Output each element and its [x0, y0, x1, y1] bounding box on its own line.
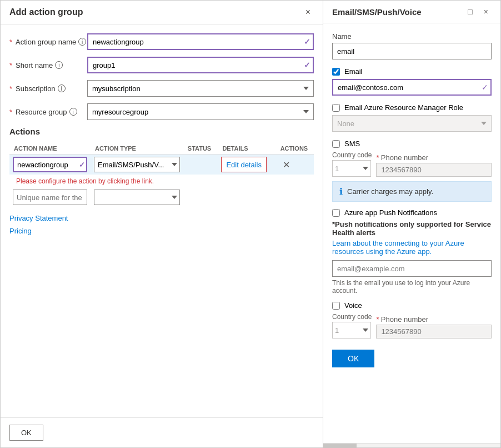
action-group-name-label: * Action group name i	[9, 38, 87, 46]
resource-group-select[interactable]: myresourcegroup	[87, 103, 314, 120]
voice-phone-label: * Phone number	[376, 315, 492, 323]
left-panel-title: Add action group	[9, 7, 83, 17]
left-ok-button[interactable]: OK	[9, 425, 43, 441]
voice-country-code-label: Country code	[332, 313, 372, 321]
action-name-input[interactable]	[13, 157, 87, 172]
action-row: ✓ Email/SMS/Push/V... Edit details	[9, 155, 314, 175]
short-name-input[interactable]	[87, 57, 314, 73]
azure-role-field-group: Email Azure Resource Manager Role None	[332, 103, 492, 132]
new-action-name-input[interactable]	[13, 190, 87, 205]
required-star-2: *	[9, 61, 12, 69]
push-checkbox[interactable]	[332, 209, 340, 217]
voice-section: Voice Country code 1 * Phone number	[332, 301, 492, 339]
voice-checkbox[interactable]	[332, 302, 340, 310]
subscription-label: * Subscription i	[9, 84, 87, 93]
sms-country-code-label: Country code	[332, 151, 372, 159]
sms-country-select[interactable]: 1	[332, 160, 371, 177]
action-details-cell: Edit details	[218, 155, 275, 175]
resource-group-label: * Resource group i	[9, 108, 87, 116]
new-action-empty	[183, 187, 314, 207]
email-sms-push-voice-panel: Email/SMS/Push/Voice □ × Name Email ✓	[323, 0, 501, 448]
azure-role-checkbox[interactable]	[332, 104, 340, 112]
subscription-info-icon[interactable]: i	[58, 84, 66, 92]
email-input[interactable]	[332, 79, 492, 96]
minimize-button[interactable]: □	[464, 6, 475, 17]
name-field-group: Name	[332, 32, 492, 59]
sms-phone-input[interactable]	[376, 163, 492, 177]
left-panel-footer: OK	[1, 417, 323, 447]
new-action-row	[9, 187, 314, 207]
push-note: This is the email you use to log into yo…	[332, 279, 492, 295]
sms-checkbox[interactable]	[332, 140, 340, 148]
action-group-name-input-wrapper: ✓	[87, 33, 314, 50]
voice-country-select[interactable]: 1	[332, 322, 371, 339]
push-email-input[interactable]	[332, 260, 492, 277]
sms-phone-row: Country code 1 * Phone number	[332, 151, 492, 177]
action-group-name-checkmark: ✓	[304, 37, 310, 46]
sms-phone-label: * Phone number	[376, 153, 492, 162]
pricing-link[interactable]: Pricing	[9, 227, 314, 235]
azure-role-label: Email Azure Resource Manager Role	[344, 103, 463, 112]
push-checkbox-row: Azure app Push Notifications	[332, 208, 492, 217]
required-star: *	[9, 38, 12, 46]
edit-details-button[interactable]: Edit details	[221, 157, 267, 172]
email-field-group: Email ✓	[332, 67, 492, 96]
short-name-checkmark: ✓	[304, 61, 310, 69]
subscription-select[interactable]: mysubscription	[87, 80, 314, 97]
col-header-details: DETAILS	[218, 143, 275, 155]
right-panel-content: Name Email ✓ Email Azure Resource Manag	[323, 23, 500, 443]
resource-group-info-icon[interactable]: i	[69, 108, 77, 116]
right-panel-close-button[interactable]: ×	[480, 6, 492, 17]
col-header-action-type: ACTION TYPE	[91, 143, 183, 155]
privacy-statement-link[interactable]: Privacy Statement	[9, 214, 314, 222]
voice-phone-input[interactable]	[376, 325, 492, 339]
info-circle-icon: ℹ	[339, 186, 343, 197]
right-panel-header: Email/SMS/Push/Voice □ ×	[323, 1, 500, 23]
required-asterisk-2: *	[376, 315, 379, 323]
delete-action-button[interactable]: ✕	[279, 158, 293, 171]
actions-table: ACTION NAME ACTION TYPE STATUS DETAILS A…	[9, 143, 314, 207]
new-action-type-select[interactable]	[94, 190, 180, 205]
action-group-name-info-icon[interactable]: i	[78, 38, 86, 46]
actions-section-title: Actions	[9, 127, 314, 136]
action-group-name-input[interactable]	[87, 33, 314, 50]
required-asterisk: *	[376, 153, 379, 162]
push-label: Azure app Push Notifications	[344, 208, 437, 217]
push-section: Azure app Push Notifications *Push notif…	[332, 208, 492, 295]
left-panel-close-button[interactable]: ×	[302, 6, 314, 18]
action-name-checkmark: ✓	[79, 161, 85, 169]
email-checkmark: ✓	[482, 83, 488, 92]
action-type-select[interactable]: Email/SMS/Push/V...	[94, 157, 180, 172]
sms-country-code-col: Country code 1	[332, 151, 372, 177]
short-name-input-wrapper: ✓	[87, 57, 314, 73]
azure-role-checkbox-row: Email Azure Resource Manager Role	[332, 103, 492, 112]
right-header-actions: □ ×	[464, 6, 492, 17]
col-header-status: STATUS	[183, 143, 218, 155]
error-text: Please configure the action by clicking …	[13, 176, 157, 186]
col-header-actions: ACTIONS	[276, 143, 314, 155]
action-delete-cell: ✕	[276, 155, 314, 175]
carrier-notice: ℹ Carrier charges may apply.	[332, 181, 492, 202]
scrollbar-thumb[interactable]	[323, 444, 357, 448]
short-name-label: * Short name i	[9, 61, 87, 69]
voice-label: Voice	[344, 301, 362, 310]
email-input-row: ✓	[332, 79, 492, 96]
action-name-cell: ✓	[9, 155, 91, 175]
required-star-4: *	[9, 108, 12, 116]
right-ok-button[interactable]: OK	[332, 350, 374, 367]
sms-checkbox-row: SMS	[332, 140, 492, 148]
required-star-3: *	[9, 84, 12, 93]
new-action-name-cell	[9, 187, 91, 207]
email-checkbox[interactable]	[332, 68, 340, 76]
subscription-row: * Subscription i mysubscription	[9, 80, 314, 97]
push-link[interactable]: Learn about the connecting to your Azure…	[332, 239, 492, 256]
resource-group-row: * Resource group i myresourcegroup	[9, 103, 314, 120]
voice-phone-row: Country code 1 * Phone number	[332, 313, 492, 339]
name-input[interactable]	[332, 43, 492, 59]
azure-role-select[interactable]: None	[332, 115, 492, 132]
action-status-cell	[183, 155, 218, 175]
short-name-info-icon[interactable]: i	[55, 61, 63, 69]
add-action-group-panel: Add action group × * Action group name i…	[0, 0, 323, 448]
sms-label: SMS	[344, 140, 360, 148]
voice-country-code-col: Country code 1	[332, 313, 372, 339]
